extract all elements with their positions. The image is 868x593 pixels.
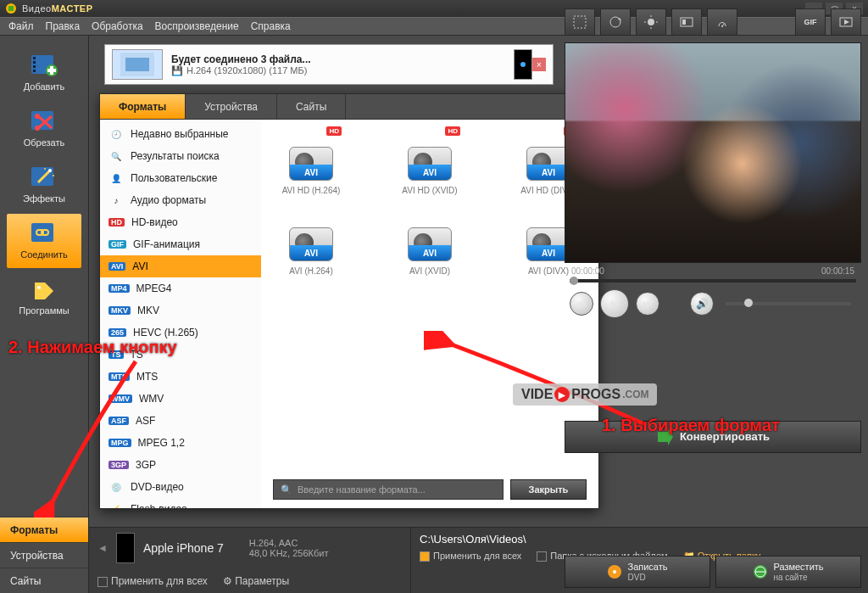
output-device-panel: ◄ Apple iPhone 7 H.264, AAC 48,0 KHz, 25…: [89, 528, 411, 593]
category-3[interactable]: ♪Аудио форматы: [100, 189, 261, 211]
tool-gif[interactable]: GIF: [795, 8, 826, 36]
watermark: VIDE▶PROGS.COM: [513, 383, 657, 406]
category-6[interactable]: AVIAVI: [100, 255, 261, 277]
formats-grid: AVI HD AVI HD (H.264) AVI HD AVI HD (XVI…: [261, 120, 598, 508]
file-thumbnail: [112, 49, 163, 80]
dlg-tab-formats[interactable]: Форматы: [100, 94, 186, 119]
tool-speed[interactable]: [707, 8, 737, 36]
bl-tab-sites[interactable]: Сайты: [0, 568, 88, 593]
svg-point-39: [613, 570, 616, 573]
device-thumb: [116, 533, 135, 563]
svg-point-11: [35, 114, 40, 119]
format-tile[interactable]: AVI AVI (H.264): [273, 212, 349, 276]
file-remove-button[interactable]: ×: [532, 58, 546, 71]
format-tile[interactable]: AVI AVI (XVID): [392, 212, 468, 276]
format-tile[interactable]: AVI HD AVI HD (XVID): [392, 131, 468, 195]
svg-rect-3: [33, 57, 36, 59]
film-chain-icon: [29, 221, 59, 246]
format-search-input[interactable]: 🔍 Введите название формата...: [273, 479, 504, 500]
svg-point-23: [520, 62, 526, 67]
device-bitrate: 48,0 KHz, 256Кбит: [249, 548, 329, 558]
svg-point-15: [44, 168, 46, 170]
menu-edit[interactable]: Правка: [46, 20, 81, 32]
svg-rect-32: [682, 20, 686, 25]
app-title: ВидеоМАСТЕР: [22, 3, 93, 14]
chevron-left-icon[interactable]: ◄: [97, 542, 108, 554]
next-button[interactable]: ⏭: [636, 292, 659, 316]
file-subtitle: 💾 H.264 (1920x1080) (117 МБ): [171, 65, 507, 76]
sidebar-programs[interactable]: Программы: [7, 270, 81, 324]
arrow-step2: [34, 356, 170, 517]
tool-frame[interactable]: [831, 8, 861, 36]
dlg-tab-sites[interactable]: Сайты: [277, 94, 346, 119]
sidebar-merge[interactable]: Соединить: [7, 214, 81, 268]
film-scissors-icon: [29, 109, 59, 134]
burn-dvd-button[interactable]: ЗаписатьDVD: [565, 556, 710, 588]
category-5[interactable]: GIFGIF-анимация: [100, 233, 261, 255]
svg-point-26: [648, 19, 654, 25]
playback-controls: 00:00:00 00:00:15 ⏮ ▶ ⏭ 🔊: [565, 263, 861, 322]
preview-tools: GIF: [565, 7, 861, 37]
format-tile[interactable]: AVI HD AVI HD (H.264): [273, 131, 349, 195]
annotation-step1: 1. Выбираем формат: [602, 416, 780, 435]
svg-point-16: [53, 175, 54, 176]
svg-point-12: [35, 126, 40, 131]
time-current: 00:00:00: [571, 266, 604, 276]
sidebar-trim[interactable]: Обрезать: [7, 102, 81, 156]
svg-rect-22: [125, 58, 149, 71]
svg-line-34: [722, 23, 725, 26]
category-2[interactable]: 👤Пользовательские: [100, 167, 261, 189]
tool-effects[interactable]: [671, 8, 702, 36]
seek-slider[interactable]: [570, 279, 856, 283]
tool-rotate[interactable]: [600, 8, 631, 36]
apply-all-check[interactable]: Применить для всех: [97, 575, 208, 587]
file-title: Будет соединено 3 файла...: [171, 53, 507, 65]
device-codec: H.264, AAC: [249, 538, 329, 548]
category-4[interactable]: HDHD-видео: [100, 211, 261, 233]
sidebar-add[interactable]: Добавить: [7, 46, 81, 100]
apply-all-path-check[interactable]: Применить для всех: [420, 551, 521, 562]
category-1[interactable]: 🔍Результаты поиска: [100, 145, 261, 167]
menu-help[interactable]: Справка: [251, 20, 291, 32]
bl-tab-formats[interactable]: Форматы: [0, 517, 88, 542]
app-logo-icon: [5, 3, 17, 14]
params-button[interactable]: ⚙ Параметры: [223, 575, 289, 587]
play-button[interactable]: ▶: [600, 289, 629, 318]
category-0[interactable]: 🕘Недавно выбранные: [100, 123, 261, 145]
bottom-left-tabs: Форматы Устройства Сайты: [0, 517, 88, 593]
video-preview[interactable]: [565, 42, 861, 263]
film-plus-icon: [29, 53, 59, 78]
sidebar-effects[interactable]: Эффекты: [7, 158, 81, 212]
svg-rect-5: [33, 65, 36, 68]
file-device-thumb: [514, 49, 532, 80]
svg-rect-4: [33, 61, 36, 64]
menu-playback[interactable]: Воспроизведение: [155, 20, 239, 32]
time-total: 00:00:15: [821, 266, 854, 276]
tool-crop[interactable]: [565, 8, 595, 36]
sidebar-trim-label: Обрезать: [24, 137, 65, 148]
category-8[interactable]: MKVMKV: [100, 299, 261, 322]
svg-rect-24: [574, 16, 586, 28]
bl-tab-devices[interactable]: Устройства: [0, 542, 88, 568]
prev-button[interactable]: ⏮: [570, 292, 593, 316]
category-7[interactable]: MP4MPEG4: [100, 277, 261, 299]
tool-brightness[interactable]: [636, 8, 666, 36]
menu-process[interactable]: Обработка: [92, 20, 143, 32]
device-name: Apple iPhone 7: [143, 541, 224, 555]
file-card[interactable]: Будет соединено 3 файла... 💾 H.264 (1920…: [104, 44, 554, 85]
svg-point-20: [37, 286, 41, 289]
right-panel: GIF 00:00:00 00:00:15 ⏮ ▶ ⏭ 🔊 Конвертиро…: [565, 7, 861, 593]
dlg-tab-devices[interactable]: Устройства: [186, 94, 277, 119]
svg-rect-1: [8, 6, 14, 11]
publish-button[interactable]: Разместитьна сайте: [715, 556, 861, 588]
volume-slider[interactable]: [726, 302, 851, 305]
sidebar-add-label: Добавить: [24, 81, 65, 92]
sidebar-programs-label: Программы: [19, 305, 69, 316]
volume-button[interactable]: 🔊: [690, 292, 714, 316]
svg-rect-6: [33, 70, 36, 72]
svg-marker-36: [844, 20, 849, 25]
film-wand-icon: [29, 165, 59, 190]
sidebar-merge-label: Соединить: [20, 249, 68, 260]
tag-icon: [29, 277, 59, 302]
menu-file[interactable]: Файл: [8, 20, 34, 32]
